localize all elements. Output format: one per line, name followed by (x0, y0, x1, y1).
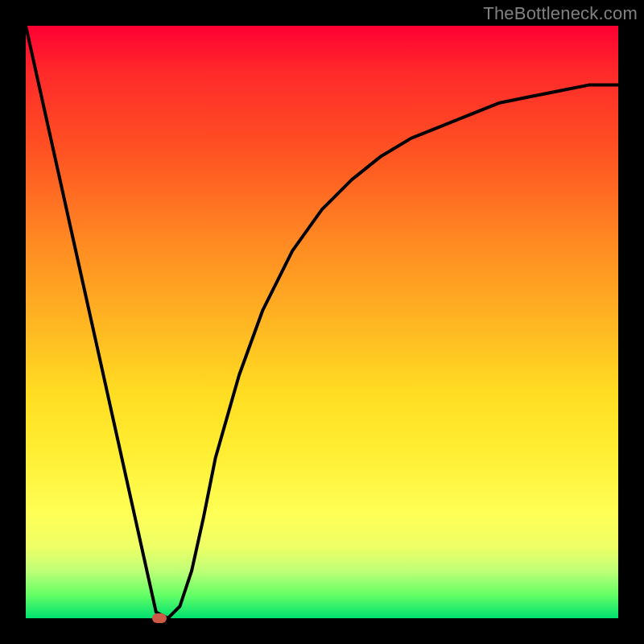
curve-layer (26, 26, 618, 618)
optimal-marker (152, 613, 167, 623)
watermark-text: TheBottleneck.com (483, 3, 638, 24)
bottleneck-curve (26, 26, 618, 618)
chart-frame: TheBottleneck.com (0, 0, 644, 644)
plot-area (26, 26, 618, 618)
